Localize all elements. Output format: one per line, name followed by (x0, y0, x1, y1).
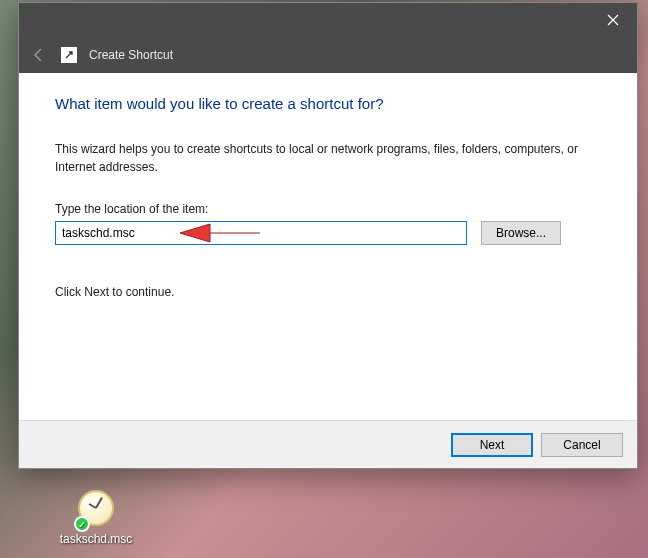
desktop-shortcut[interactable]: ✓ taskschd.msc (58, 490, 134, 546)
next-button[interactable]: Next (451, 433, 533, 457)
wizard-heading: What item would you like to create a sho… (55, 95, 601, 112)
dialog-title: Create Shortcut (89, 48, 173, 62)
location-row: Browse... (55, 221, 601, 245)
checkmark-badge-icon: ✓ (74, 516, 90, 532)
dialog-header: Create Shortcut (19, 37, 637, 73)
cancel-button[interactable]: Cancel (541, 433, 623, 457)
back-arrow-icon (31, 47, 47, 63)
location-label: Type the location of the item: (55, 202, 601, 216)
wizard-description: This wizard helps you to create shortcut… (55, 140, 601, 176)
titlebar (19, 3, 637, 37)
close-icon (607, 14, 619, 26)
close-button[interactable] (593, 6, 633, 34)
location-input[interactable] (55, 221, 467, 245)
dialog-footer: Next Cancel (19, 420, 637, 468)
wizard-instruction: Click Next to continue. (55, 285, 601, 299)
desktop-shortcut-label: taskschd.msc (58, 532, 134, 546)
task-scheduler-icon: ✓ (76, 490, 116, 530)
dialog-content: What item would you like to create a sho… (19, 73, 637, 299)
create-shortcut-dialog: Create Shortcut What item would you like… (18, 2, 638, 469)
browse-button[interactable]: Browse... (481, 221, 561, 245)
shortcut-wizard-icon (61, 47, 77, 63)
back-button[interactable] (29, 45, 49, 65)
